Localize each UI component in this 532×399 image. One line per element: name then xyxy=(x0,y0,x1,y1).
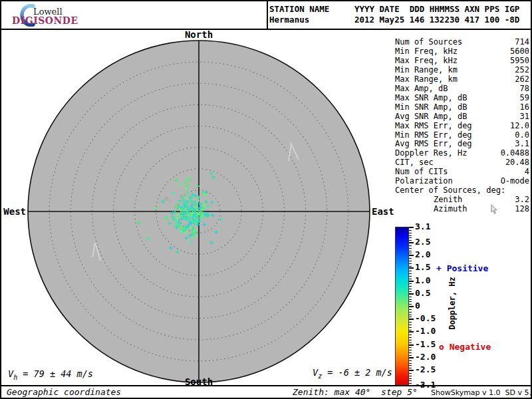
station-values-row: Hermanus 2012 May25 146 132230 417 100 -… xyxy=(269,15,519,25)
stats-row: Min Range, km252 xyxy=(395,66,529,75)
colorbar-tick-label: 0 xyxy=(415,301,442,311)
stat-label: Min SNR Amp, dB xyxy=(395,103,467,112)
colorbar-tick-label: -0.5 xyxy=(415,314,442,323)
stat-value: 20.48 xyxy=(505,158,529,168)
colorbar-major-tick xyxy=(409,227,414,228)
station-info: STATION NAME YYYY DATE DDD HHMMSS AXN PP… xyxy=(269,4,519,25)
stats-row: Max RMS Err, deg12.0 xyxy=(395,122,529,131)
stats-row: Num of Sources714 xyxy=(395,38,529,47)
lowell-digisonde-logo: Lowell DIGISONDE xyxy=(11,3,90,28)
colorbar-tick-label: -1.0 xyxy=(415,327,442,336)
stat-label: Center of Sources, deg: xyxy=(395,186,505,196)
stats-row: Min RMS Err, deg0.0 xyxy=(395,131,529,140)
stat-label: Max SNR Amp, dB xyxy=(395,94,467,103)
stat-label: Num of Sources xyxy=(395,38,462,47)
stats-row: CIT, sec20.48 xyxy=(395,158,529,168)
stats-row: Avg SNR Amp, dB31 xyxy=(395,112,529,122)
header-bar: Lowell DIGISONDE STATION NAME YYYY DATE … xyxy=(1,1,531,30)
stats-row: PolarizationO-mode xyxy=(395,177,529,186)
stat-label: Num of CITs xyxy=(395,168,448,177)
circle-marker-icon: o xyxy=(439,342,444,352)
stats-row: Avg RMS Err, deg3.1 xyxy=(395,140,529,149)
colorbar-tick-label: 0.5 xyxy=(415,289,442,298)
stat-label: CIT, sec xyxy=(395,158,434,168)
stats-row: Zenith3.2 xyxy=(395,196,529,205)
header-divider xyxy=(267,1,268,29)
legend-negative: o Negative xyxy=(439,342,491,352)
colorbar-major-tick xyxy=(409,344,414,346)
colorbar-tick-label: -1.5 xyxy=(415,340,442,349)
colorbar-gradient xyxy=(395,227,409,386)
stat-label: Min Freq, kHz xyxy=(395,47,458,57)
measurement-stats-panel: Num of Sources714Min Freq, kHz5600Max Fr… xyxy=(395,38,529,214)
stat-value: 59 xyxy=(520,94,529,103)
stat-label: Avg SNR Amp, dB xyxy=(395,112,467,122)
footer-bar: Geographic coordinates Zenith: max 40° s… xyxy=(1,385,531,399)
colorbar-major-tick xyxy=(409,255,414,256)
doppler-colorbar: 3.12.52.01.51.00.50-0.5-1.0-1.5-2.0-2.5-… xyxy=(395,227,531,393)
colorbar-tick-label: 1.0 xyxy=(415,276,442,285)
stats-row: Max Amp, dB78 xyxy=(395,84,529,94)
colorbar-major-tick xyxy=(409,242,414,243)
colorbar-tick-label: -2.5 xyxy=(415,365,442,374)
version-label: ShowSkymap v 1.0 SD v 5.1 xyxy=(431,388,532,397)
colorbar-major-tick xyxy=(409,306,414,307)
stat-value: 5600 xyxy=(510,47,529,57)
stat-label: Zenith xyxy=(395,196,462,205)
stats-row: Center of Sources, deg: xyxy=(395,186,529,196)
zenith-scale-label: Zenith: max 40° step 5° xyxy=(293,387,418,397)
stat-label: Max Range, km xyxy=(395,75,458,84)
colorbar-major-tick xyxy=(409,281,414,282)
skymap-plot: North South West East xyxy=(1,28,400,398)
compass-east-label: East xyxy=(372,206,394,217)
stat-value: 5950 xyxy=(510,57,529,66)
stat-value: 3.1 xyxy=(515,140,529,149)
stats-row: Num of CITs4 xyxy=(395,168,529,177)
colorbar-major-tick xyxy=(409,331,414,332)
colorbar-axis-title: Doppler, Hz xyxy=(448,277,457,329)
stat-value: 0.0488 xyxy=(501,149,529,158)
plus-marker-icon: + xyxy=(436,263,442,273)
colorbar-tick-label: 2.5 xyxy=(415,237,442,247)
stat-label: Max RMS Err, deg xyxy=(395,122,472,131)
stat-label: Min Range, km xyxy=(395,66,458,75)
stat-label: Azimuth xyxy=(395,205,467,214)
colorbar-major-tick xyxy=(409,319,414,320)
colorbar-major-tick xyxy=(409,267,414,269)
horizontal-velocity-readout: Vh = 79 ± 44 m/s xyxy=(8,368,93,381)
coordinate-system-label: Geographic coordinates xyxy=(7,387,121,397)
stat-value: 0.0 xyxy=(515,131,529,140)
colorbar-major-tick xyxy=(409,293,414,295)
colorbar-tick-label: -2.0 xyxy=(415,352,442,362)
compass-west-label: West xyxy=(3,206,26,217)
stat-value: 78 xyxy=(520,84,529,94)
stat-value: 16 xyxy=(520,103,529,112)
stat-label: Max Amp, dB xyxy=(395,84,448,94)
stat-value: 4 xyxy=(525,168,529,177)
stat-value: 3.2 xyxy=(515,196,529,205)
stat-label: Avg RMS Err, deg xyxy=(395,140,472,149)
stat-value: 262 xyxy=(515,75,529,84)
stat-value: O-mode xyxy=(501,177,529,186)
station-header-row: STATION NAME YYYY DATE DDD HHMMSS AXN PP… xyxy=(269,4,519,15)
vertical-velocity-readout: Vz = -6 ± 2 m/s xyxy=(313,367,392,380)
stat-value: 12.0 xyxy=(510,122,529,131)
mouse-cursor xyxy=(491,205,499,215)
stats-row: Min Freq, kHz5600 xyxy=(395,47,529,57)
logo-digisonde-text: DIGISONDE xyxy=(12,15,78,26)
legend-positive: + Positive xyxy=(436,263,488,273)
colorbar-major-tick xyxy=(409,370,414,371)
stat-label: Polarization xyxy=(395,177,453,186)
stat-label: Min RMS Err, deg xyxy=(395,131,472,140)
colorbar-major-tick xyxy=(409,357,414,358)
stats-row: Min SNR Amp, dB16 xyxy=(395,103,529,112)
stat-value: 714 xyxy=(515,38,529,47)
stat-value: 252 xyxy=(515,66,529,75)
stat-value: 31 xyxy=(520,112,529,122)
stat-label: Max Freq, kHz xyxy=(395,57,458,66)
stats-row: Doppler Res, Hz0.0488 xyxy=(395,149,529,158)
colorbar-tick-label: 2.0 xyxy=(415,250,442,259)
stat-label: Doppler Res, Hz xyxy=(395,149,467,158)
compass-north-label: North xyxy=(185,29,213,40)
stats-row: Max Range, km262 xyxy=(395,75,529,84)
